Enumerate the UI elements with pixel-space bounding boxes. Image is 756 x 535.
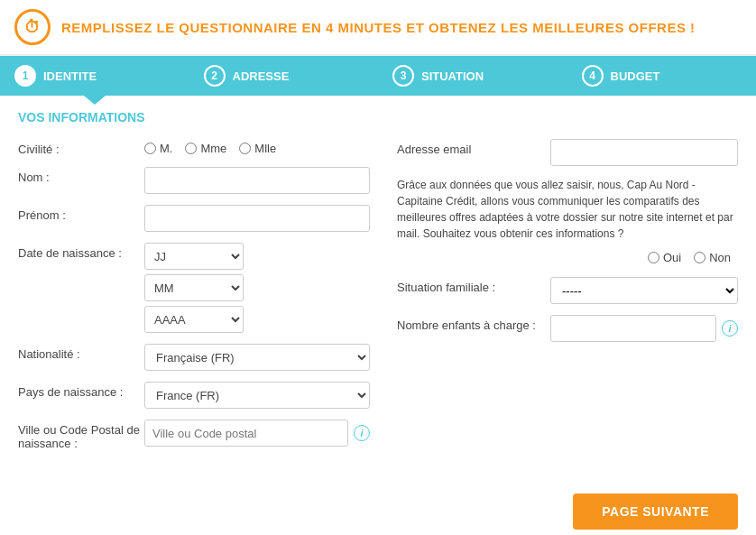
civilite-mme-option[interactable]: Mme bbox=[185, 142, 226, 155]
pays-control: France (FR) bbox=[144, 382, 370, 409]
civilite-mlle-option[interactable]: Mlle bbox=[239, 142, 276, 155]
ville-input[interactable] bbox=[144, 420, 348, 447]
dob-day-select[interactable]: JJ bbox=[144, 243, 244, 270]
dob-year-select[interactable]: AAAA bbox=[144, 306, 244, 333]
enfants-info-icon[interactable]: i bbox=[722, 320, 738, 337]
next-button[interactable]: PAGE SUIVANTE bbox=[573, 493, 738, 530]
pays-row: Pays de naissance : France (FR) bbox=[18, 382, 370, 409]
non-label: Non bbox=[709, 251, 731, 264]
step-4-num: 4 bbox=[582, 65, 604, 87]
civilite-m-label: M. bbox=[160, 142, 172, 155]
ville-control: i bbox=[144, 420, 370, 447]
nationalite-row: Nationalité : Française (FR) bbox=[18, 344, 370, 371]
non-option[interactable]: Non bbox=[694, 251, 731, 264]
email-label: Adresse email bbox=[397, 139, 541, 156]
step-3-num: 3 bbox=[392, 65, 414, 87]
step-3-label: SITUATION bbox=[421, 69, 484, 83]
civilite-radio-group: M. Mme Mlle bbox=[144, 139, 370, 155]
ville-info-icon[interactable]: i bbox=[354, 425, 370, 441]
section-title: VOS INFORMATIONS bbox=[18, 110, 738, 125]
situation-select[interactable]: ----- bbox=[550, 277, 738, 304]
non-radio[interactable] bbox=[694, 252, 705, 263]
ville-row: Ville ou Code Postal de naissance : i bbox=[18, 420, 370, 450]
enfants-with-info: i bbox=[550, 315, 738, 342]
pays-select[interactable]: France (FR) bbox=[144, 382, 370, 409]
dob-control: JJ MM AAAA bbox=[144, 243, 370, 333]
situation-label: Situation familiale : bbox=[397, 277, 541, 294]
form-right: Adresse email Grâce aux données que vous… bbox=[397, 139, 738, 461]
civilite-m-radio[interactable] bbox=[144, 143, 156, 154]
civilite-m-option[interactable]: M. bbox=[144, 142, 172, 155]
timer-icon: ⏱ bbox=[14, 9, 51, 45]
info-text: Grâce aux données que vous allez saisir,… bbox=[397, 177, 738, 242]
enfants-control: i bbox=[550, 315, 738, 342]
civilite-row: Civilité : M. Mme bbox=[18, 139, 370, 156]
civilite-mme-radio[interactable] bbox=[185, 143, 197, 154]
step-1-label: IDENTITE bbox=[43, 69, 97, 83]
date-group: JJ MM AAAA bbox=[144, 243, 370, 333]
dob-month-select[interactable]: MM bbox=[144, 274, 244, 301]
civilite-control: M. Mme Mlle bbox=[144, 139, 370, 155]
email-row: Adresse email bbox=[397, 139, 738, 166]
oui-non-group: Oui Non bbox=[397, 251, 738, 264]
ville-label: Ville ou Code Postal de naissance : bbox=[18, 420, 144, 450]
header-banner: ⏱ REMPLISSEZ LE QUESTIONNAIRE EN 4 MINUT… bbox=[0, 0, 756, 56]
banner-text: REMPLISSEZ LE QUESTIONNAIRE EN 4 MINUTES… bbox=[61, 20, 696, 35]
oui-radio[interactable] bbox=[648, 252, 659, 263]
form-content: VOS INFORMATIONS Civilité : M. bbox=[0, 96, 756, 479]
pays-label: Pays de naissance : bbox=[18, 382, 144, 399]
page-container: ⏱ REMPLISSEZ LE QUESTIONNAIRE EN 4 MINUT… bbox=[0, 0, 756, 535]
enfants-label: Nombre enfants à charge : bbox=[397, 315, 541, 332]
nom-row: Nom : bbox=[18, 167, 370, 194]
nationalite-select[interactable]: Française (FR) bbox=[144, 344, 370, 371]
oui-option[interactable]: Oui bbox=[648, 251, 681, 264]
prenom-label: Prénom : bbox=[18, 205, 144, 222]
step-3[interactable]: 3 SITUATION bbox=[378, 56, 567, 96]
footer: PAGE SUIVANTE bbox=[0, 479, 756, 535]
step-2-num: 2 bbox=[204, 65, 226, 87]
form-layout: Civilité : M. Mme bbox=[18, 139, 738, 461]
step-2[interactable]: 2 ADRESSE bbox=[189, 56, 379, 96]
email-control bbox=[550, 139, 738, 166]
nationalite-control: Française (FR) bbox=[144, 344, 370, 371]
step-2-label: ADRESSE bbox=[233, 69, 290, 83]
dob-row: Date de naissance : JJ MM AAAA bbox=[18, 243, 370, 333]
enfants-row: Nombre enfants à charge : i bbox=[397, 315, 738, 342]
situation-control: ----- bbox=[550, 277, 738, 304]
civilite-mlle-radio[interactable] bbox=[239, 143, 251, 154]
prenom-row: Prénom : bbox=[18, 205, 370, 232]
oui-label: Oui bbox=[663, 251, 681, 264]
step-1[interactable]: 1 IDENTITE bbox=[0, 56, 189, 96]
civilite-mme-label: Mme bbox=[200, 142, 226, 155]
dob-label: Date de naissance : bbox=[18, 243, 144, 260]
prenom-input[interactable] bbox=[144, 205, 370, 232]
prenom-control bbox=[144, 205, 370, 232]
enfants-input[interactable] bbox=[550, 315, 716, 342]
step-1-num: 1 bbox=[14, 65, 36, 87]
step-4[interactable]: 4 BUDGET bbox=[567, 56, 757, 96]
ville-with-info: i bbox=[144, 420, 370, 447]
nationalite-label: Nationalité : bbox=[18, 344, 144, 361]
nom-label: Nom : bbox=[18, 167, 144, 184]
steps-nav: 1 IDENTITE 2 ADRESSE 3 SITUATION 4 BUDGE… bbox=[0, 56, 756, 96]
nom-control bbox=[144, 167, 370, 194]
civilite-mlle-label: Mlle bbox=[254, 142, 276, 155]
nom-input[interactable] bbox=[144, 167, 370, 194]
form-left: Civilité : M. Mme bbox=[18, 139, 370, 461]
civilite-label: Civilité : bbox=[18, 139, 144, 156]
email-input[interactable] bbox=[550, 139, 738, 166]
situation-row: Situation familiale : ----- bbox=[397, 277, 738, 304]
step-4-label: BUDGET bbox=[611, 69, 660, 83]
